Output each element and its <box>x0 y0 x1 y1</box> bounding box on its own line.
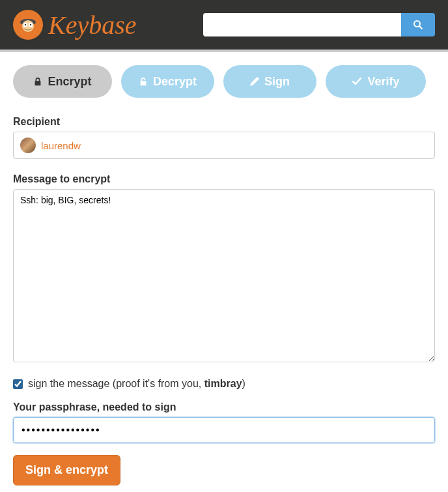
header-bar: Keybase <box>0 0 448 52</box>
brand-name: Keybase <box>48 10 137 40</box>
search-form <box>203 13 435 36</box>
search-button[interactable] <box>401 13 435 36</box>
keybase-logo-icon <box>13 10 43 40</box>
check-icon <box>352 77 362 86</box>
search-input[interactable] <box>203 13 401 36</box>
tab-label: Sign <box>264 75 290 89</box>
svg-point-7 <box>414 21 420 27</box>
passphrase-input[interactable] <box>13 417 435 443</box>
recipient-label: Recipient <box>13 116 435 128</box>
message-textarea[interactable] <box>13 189 435 362</box>
sign-checkbox[interactable] <box>13 379 23 389</box>
sign-option-row: sign the message (proof it's from you, t… <box>13 378 435 390</box>
brand-logo[interactable]: Keybase <box>13 10 137 40</box>
sign-option-label: sign the message (proof it's from you, t… <box>28 378 245 390</box>
svg-point-5 <box>25 24 26 25</box>
unlock-icon <box>139 77 148 86</box>
svg-point-6 <box>30 24 31 25</box>
tab-decrypt[interactable]: Decrypt <box>121 65 214 98</box>
recipient-avatar <box>20 137 36 153</box>
svg-line-8 <box>420 27 423 29</box>
search-icon <box>413 20 423 30</box>
tab-sign[interactable]: Sign <box>223 65 316 98</box>
tab-label: Encrypt <box>48 75 91 89</box>
tab-label: Decrypt <box>153 75 197 89</box>
recipient-name: laurendw <box>41 140 81 151</box>
recipient-field[interactable]: laurendw <box>13 132 435 159</box>
main-content: Encrypt Decrypt Sign Verify Recipient la… <box>0 52 448 492</box>
sign-username: timbray <box>204 378 242 389</box>
pencil-icon <box>250 77 259 86</box>
sign-text-after: ) <box>242 378 245 389</box>
passphrase-label: Your passphrase, needed to sign <box>13 401 435 413</box>
sign-encrypt-button[interactable]: Sign & encrypt <box>13 455 120 485</box>
sign-text-before: sign the message (proof it's from you, <box>28 378 204 389</box>
message-label: Message to encrypt <box>13 173 435 185</box>
action-tabs: Encrypt Decrypt Sign Verify <box>13 65 435 98</box>
tab-label: Verify <box>367 75 399 89</box>
tab-encrypt[interactable]: Encrypt <box>13 65 112 98</box>
tab-verify[interactable]: Verify <box>326 65 426 98</box>
lock-icon <box>33 77 42 86</box>
